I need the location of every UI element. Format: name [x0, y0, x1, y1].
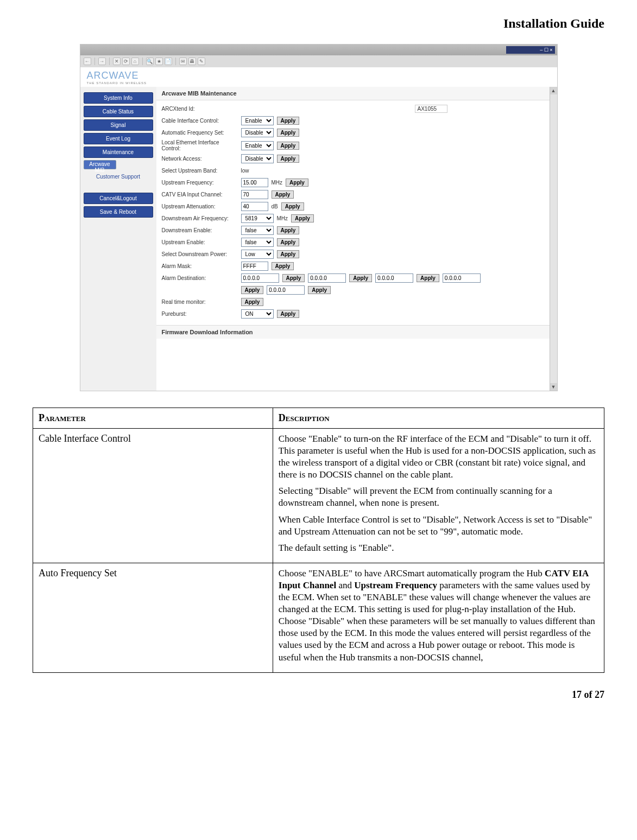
- real-time-monitor-label: Real time monitor:: [162, 299, 238, 305]
- alarm-dest-input-3[interactable]: [375, 273, 413, 283]
- alarm-mask-input[interactable]: [241, 262, 268, 271]
- browser-toolbar: ← → ✕ ⟳ ⌂ 🔍 ★ 📄 ✉ 🖶 ✎: [80, 55, 557, 67]
- apply-button[interactable]: Apply: [282, 274, 305, 282]
- search-icon[interactable]: 🔍: [146, 58, 154, 65]
- unit-mhz: MHz: [277, 215, 288, 221]
- sidebar-item-signal[interactable]: Signal: [84, 119, 153, 131]
- pureburst-label: Pureburst:: [162, 311, 238, 317]
- header: ARCWAVE THE STANDARD IN WIRELESS: [80, 67, 557, 87]
- catv-eia-input-channel-label: CATV EIA Input Channel:: [162, 192, 238, 198]
- select-downstream-power-label: Select Downstream Power:: [162, 251, 238, 257]
- upstream-frequency-label: Upstream Frequency:: [162, 180, 238, 186]
- cable-interface-control-select[interactable]: Enable: [241, 116, 274, 125]
- select-upstream-band-label: Select Upstream Band:: [162, 168, 238, 174]
- apply-button[interactable]: Apply: [277, 129, 300, 137]
- edit-icon[interactable]: ✎: [198, 58, 205, 65]
- catv-eia-input-channel-input[interactable]: [241, 190, 268, 199]
- alarm-dest-input-1[interactable]: [241, 273, 279, 283]
- col-parameter: Parameter: [33, 408, 273, 429]
- apply-button[interactable]: Apply: [281, 202, 304, 211]
- select-downstream-power-select[interactable]: Low: [241, 250, 274, 259]
- forward-icon[interactable]: →: [98, 58, 106, 65]
- back-icon[interactable]: ←: [84, 58, 91, 65]
- desc-paragraph: Choose "ENABLE" to have ARCSmart automat…: [279, 568, 598, 664]
- mail-icon[interactable]: ✉: [179, 58, 187, 65]
- refresh-icon[interactable]: ⟳: [122, 58, 130, 65]
- cancel-logout-button[interactable]: Cancel&Logout: [84, 193, 153, 204]
- apply-button[interactable]: Apply: [277, 155, 300, 163]
- desc-cell: Choose "ENABLE" to have ARCSmart automat…: [273, 563, 604, 672]
- separator: [94, 58, 95, 65]
- apply-button[interactable]: Apply: [272, 190, 294, 199]
- apply-button[interactable]: Apply: [308, 286, 331, 294]
- apply-button[interactable]: Apply: [241, 298, 264, 306]
- table-row: Cable Interface ControlChoose "Enable" t…: [33, 429, 604, 563]
- auto-frequency-set-label: Automatic Frequency Set:: [162, 130, 238, 136]
- sidebar-item-maintenance[interactable]: Maintenance: [84, 147, 153, 158]
- alarm-dest-input-4[interactable]: [443, 273, 481, 283]
- auto-frequency-set-select[interactable]: Disable: [241, 128, 274, 137]
- save-reboot-button[interactable]: Save & Reboot: [84, 206, 153, 218]
- upstream-frequency-input[interactable]: [241, 178, 268, 187]
- browser-window: – ☐ × ← → ✕ ⟳ ⌂ 🔍 ★ 📄 ✉ 🖶 ✎ ARCWAVE THE …: [80, 44, 558, 391]
- apply-button[interactable]: Apply: [241, 286, 264, 294]
- apply-button[interactable]: Apply: [277, 250, 300, 258]
- apply-button[interactable]: Apply: [286, 179, 308, 187]
- sidebar-item-event-log[interactable]: Event Log: [84, 133, 153, 144]
- scroll-down-icon[interactable]: ▼: [550, 383, 557, 391]
- pureburst-select[interactable]: ON: [241, 309, 274, 319]
- page-title: Installation Guide: [33, 16, 604, 31]
- downstream-air-frequency-label: Downstream Air Frequency:: [162, 215, 238, 221]
- apply-button[interactable]: Apply: [349, 274, 372, 282]
- parameter-table: Parameter Description Cable Interface Co…: [33, 408, 604, 673]
- sidebar: System Info Cable Status Signal Event Lo…: [80, 87, 156, 391]
- separator: [109, 58, 110, 65]
- sidebar-item-system-info[interactable]: System Info: [84, 92, 153, 104]
- param-cell: Cable Interface Control: [33, 429, 273, 563]
- local-ethernet-interface-control-select[interactable]: Enable: [241, 141, 274, 150]
- firmware-download-info-header: Firmware Download Information: [156, 325, 557, 339]
- upstream-attenuation-label: Upstream Attenuation:: [162, 203, 238, 209]
- network-access-select[interactable]: Disable: [241, 154, 274, 163]
- scroll-up-icon[interactable]: ▲: [550, 87, 557, 94]
- unit-db: dB: [272, 203, 278, 209]
- home-icon[interactable]: ⌂: [131, 58, 139, 65]
- scrollbar[interactable]: ▲ ▼: [550, 87, 557, 391]
- downstream-air-frequency-select[interactable]: 5819: [241, 214, 274, 223]
- main-panel: Arcwave MIB Maintenance ARCXtend Id: AX1…: [156, 87, 557, 391]
- favorites-icon[interactable]: ★: [155, 58, 163, 65]
- separator: [175, 58, 176, 65]
- apply-button[interactable]: Apply: [277, 238, 300, 246]
- apply-button[interactable]: Apply: [272, 262, 294, 270]
- alarm-dest-input-2[interactable]: [308, 273, 346, 283]
- logo: ARCWAVE: [87, 70, 147, 81]
- history-icon[interactable]: 📄: [165, 58, 172, 65]
- desc-paragraph: When Cable Interface Control is set to "…: [279, 514, 598, 538]
- alarm-mask-label: Alarm Mask:: [162, 263, 238, 269]
- sidebar-item-cable-status[interactable]: Cable Status: [84, 106, 153, 117]
- downstream-enable-select[interactable]: false: [241, 226, 274, 235]
- upstream-attenuation-input[interactable]: [241, 202, 268, 211]
- window-controls[interactable]: – ☐ ×: [506, 46, 555, 54]
- arcxtend-id-value: AX1055: [415, 105, 447, 113]
- cable-interface-control-label: Cable Interface Control:: [162, 118, 238, 124]
- arcxtend-id-label: ARCXtend Id:: [162, 106, 238, 112]
- apply-button[interactable]: Apply: [277, 142, 300, 150]
- apply-button[interactable]: Apply: [291, 214, 314, 222]
- sidebar-customer-support[interactable]: Customer Support: [84, 171, 153, 182]
- window-titlebar: – ☐ ×: [80, 44, 557, 55]
- desc-paragraph: Choose "Enable" to turn-on the RF interf…: [279, 433, 598, 481]
- apply-button[interactable]: Apply: [277, 310, 300, 318]
- sidebar-item-arcwave-mib[interactable]: Arcwave MIB: [84, 160, 116, 169]
- alarm-dest-input-5[interactable]: [267, 285, 305, 295]
- stop-icon[interactable]: ✕: [113, 58, 121, 65]
- page-footer: 17 of 27: [33, 689, 604, 701]
- separator: [142, 58, 143, 65]
- table-row: Auto Frequency SetChoose "ENABLE" to hav…: [33, 563, 604, 672]
- upstream-enable-select[interactable]: false: [241, 238, 274, 247]
- print-icon[interactable]: 🖶: [188, 58, 196, 65]
- desc-paragraph: The default setting is "Enable".: [279, 542, 598, 554]
- apply-button[interactable]: Apply: [417, 274, 439, 282]
- apply-button[interactable]: Apply: [277, 226, 300, 234]
- apply-button[interactable]: Apply: [277, 117, 300, 125]
